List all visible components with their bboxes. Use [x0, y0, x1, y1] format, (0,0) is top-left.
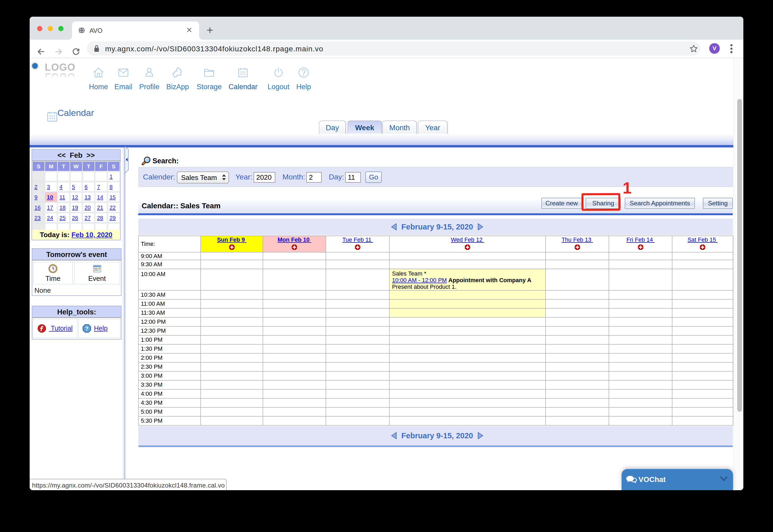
- svg-text:?: ?: [85, 326, 89, 332]
